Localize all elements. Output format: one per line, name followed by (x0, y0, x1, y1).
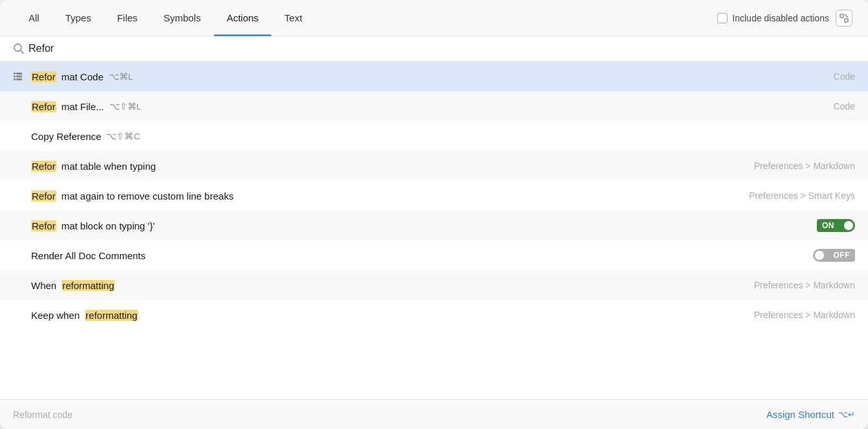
tabs: All Types Files Symbols Actions Text (16, 0, 717, 36)
svg-line-2 (845, 14, 848, 17)
search-icon (13, 43, 25, 54)
item-label: Keep when reformatting (31, 310, 754, 321)
list-icon (13, 71, 31, 82)
item-category: Preferences > Markdown (754, 161, 855, 171)
svg-rect-6 (14, 76, 16, 78)
list-item[interactable]: Render All Doc Comments OFF (0, 240, 868, 270)
item-label: When reformatting (31, 280, 754, 291)
toggle-on-label: ON (817, 219, 839, 232)
shortcut-hint: ⌥⇧⌘L (109, 101, 142, 111)
item-category: Preferences > Markdown (754, 280, 855, 290)
list-item[interactable]: Reformat table when typingPreferences > … (0, 151, 868, 181)
label-highlight: reformatting (85, 310, 138, 321)
shortcut-hint: ⌥⌘L (109, 71, 133, 82)
item-category: Code (834, 101, 855, 111)
tab-all[interactable]: All (16, 0, 52, 36)
tab-text[interactable]: Text (271, 0, 315, 36)
list-item[interactable]: Keep when reformattingPreferences > Mark… (0, 300, 868, 330)
item-label: Copy Reference ⌥⇧⌘C (31, 131, 855, 142)
toggle-off[interactable]: OFF (813, 249, 856, 262)
include-disabled-checkbox[interactable] (717, 13, 727, 23)
svg-rect-10 (16, 78, 22, 80)
item-label: Render All Doc Comments (31, 250, 813, 261)
toggle-knob (844, 221, 853, 230)
list-item[interactable]: Reformat Code ⌥⌘LCode (0, 62, 868, 91)
tab-bar: All Types Files Symbols Actions Text Inc… (0, 0, 868, 36)
label-highlight: Refor (31, 191, 56, 202)
label-highlight: Refor (31, 71, 56, 82)
label-highlight: Refor (31, 220, 56, 231)
include-disabled-label: Include disabled actions (733, 13, 829, 23)
svg-rect-7 (14, 78, 16, 80)
svg-rect-8 (16, 73, 22, 75)
footer-label: Reformat code (13, 410, 766, 420)
item-label: Reformat File... ⌥⇧⌘L (31, 101, 834, 112)
tab-symbols[interactable]: Symbols (150, 0, 214, 36)
item-label: Reformat Code ⌥⌘L (31, 71, 834, 82)
search-panel: All Types Files Symbols Actions Text Inc… (0, 0, 868, 429)
toggle-knob (815, 251, 824, 260)
item-label: Reformat again to remove custom line bre… (31, 191, 749, 202)
svg-rect-0 (840, 14, 843, 17)
assign-shortcut-button[interactable]: Assign Shortcut ⌥↵ (766, 409, 855, 420)
tab-actions[interactable]: Actions (214, 0, 271, 36)
footer: Reformat code Assign Shortcut ⌥↵ (0, 399, 868, 429)
svg-rect-5 (14, 73, 16, 75)
toggle-on[interactable]: ON (817, 219, 855, 232)
tab-types[interactable]: Types (52, 0, 104, 36)
assign-shortcut-label: Assign Shortcut (766, 409, 834, 420)
svg-line-4 (21, 51, 23, 53)
item-category: Preferences > Smart Keys (749, 191, 855, 201)
item-label: Reformat table when typing (31, 161, 754, 172)
label-highlight: reformatting (62, 280, 115, 291)
toggle-track (813, 249, 828, 262)
toggle-off-label: OFF (828, 249, 856, 262)
include-disabled-container: Include disabled actions (717, 13, 829, 23)
assign-shortcut-key: ⌥↵ (838, 410, 855, 419)
search-input[interactable] (29, 43, 855, 54)
list-item[interactable]: Copy Reference ⌥⇧⌘C (0, 121, 868, 151)
collapse-icon[interactable] (836, 10, 852, 27)
list-item[interactable]: When reformattingPreferences > Markdown (0, 270, 868, 300)
item-category: Preferences > Markdown (754, 310, 855, 320)
results-list: Reformat Code ⌥⌘LCodeReformat File... ⌥⇧… (0, 62, 868, 399)
svg-rect-1 (845, 19, 848, 22)
svg-rect-9 (16, 76, 22, 78)
search-bar (0, 36, 868, 62)
right-controls: Include disabled actions (717, 10, 852, 27)
list-item[interactable]: Reformat block on typing '}' ON (0, 211, 868, 240)
toggle-track (839, 219, 855, 232)
label-highlight: Refor (31, 161, 56, 172)
label-highlight: Refor (31, 101, 56, 112)
list-item[interactable]: Reformat File... ⌥⇧⌘LCode (0, 91, 868, 121)
item-label: Reformat block on typing '}' (31, 220, 817, 231)
shortcut-hint: ⌥⇧⌘C (106, 131, 140, 141)
tab-files[interactable]: Files (104, 0, 151, 36)
item-category: Code (834, 71, 855, 82)
list-item[interactable]: Reformat again to remove custom line bre… (0, 181, 868, 211)
